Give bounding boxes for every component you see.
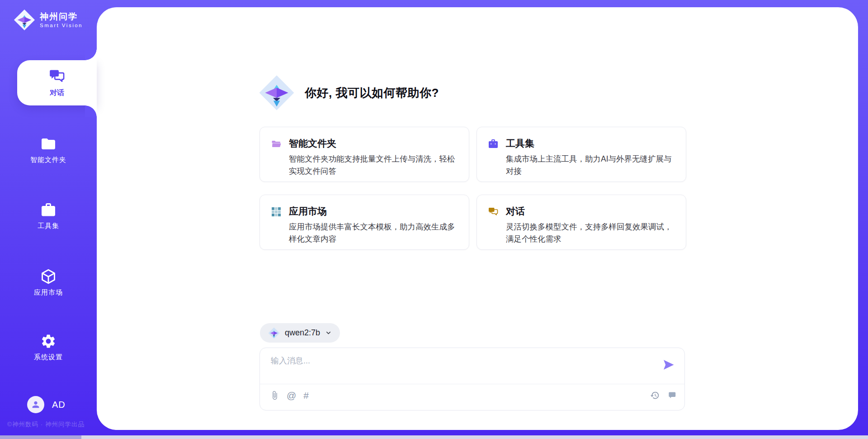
model-name: qwen2:7b: [285, 328, 320, 338]
grid-icon: [271, 206, 282, 217]
brand-subtitle: Smart Vision: [40, 23, 83, 28]
sidebar: 神州问学 Smart Vision 对话 智能文件夹 工具集 应用市场 系统设置…: [0, 0, 97, 439]
briefcase-icon: [40, 202, 57, 218]
attach-button[interactable]: [270, 391, 279, 400]
greeting-logo-icon: [259, 75, 295, 111]
card-description: 集成市场上主流工具，助力AI与外界无缝扩展与对接: [506, 153, 677, 177]
hashtag-button[interactable]: #: [303, 391, 309, 400]
brand-logo: 神州问学 Smart Vision: [14, 9, 83, 31]
chat-icon: [488, 206, 499, 217]
chevron-down-icon: [325, 329, 332, 336]
tab-curve-bottom: [85, 105, 97, 117]
card-title: 工具集: [506, 138, 677, 148]
card-title: 智能文件夹: [289, 138, 460, 148]
card-title: 对话: [506, 206, 677, 216]
folder-open-icon: [271, 138, 282, 149]
chat-icon: [48, 68, 66, 85]
quick-chat-button[interactable]: [667, 391, 676, 400]
sidebar-item-settings[interactable]: 系统设置: [0, 333, 97, 362]
user-initials: AD: [52, 400, 66, 410]
card-title: 应用市场: [289, 206, 460, 216]
mention-button[interactable]: @: [287, 391, 296, 400]
card-toolset[interactable]: 工具集 集成市场上主流工具，助力AI与外界无缝扩展与对接: [476, 127, 686, 182]
scrollbar-thumb[interactable]: [0, 435, 81, 439]
hash-icon: #: [303, 391, 309, 400]
at-icon: @: [287, 391, 296, 400]
folder-icon: [40, 136, 57, 152]
horizontal-scrollbar[interactable]: [0, 435, 868, 439]
paperclip-icon: [270, 391, 279, 400]
person-icon: [31, 400, 41, 410]
cube-icon: [40, 268, 57, 285]
gear-icon: [40, 333, 57, 349]
sidebar-item-label: 智能文件夹: [0, 156, 97, 164]
send-button[interactable]: [662, 358, 675, 372]
avatar[interactable]: [27, 396, 44, 413]
briefcase-icon: [488, 138, 499, 149]
sidebar-item-label: 系统设置: [0, 353, 97, 362]
brand-name: 神州问学: [40, 12, 83, 22]
model-logo-icon: [268, 327, 280, 339]
card-app-market[interactable]: 应用市场 应用市场提供丰富长文本模板，助力高效生成多样化文章内容: [259, 195, 469, 250]
sidebar-item-smart-folders[interactable]: 智能文件夹: [0, 136, 97, 164]
message-composer: @ #: [259, 348, 685, 410]
card-description: 灵活切换多模型文件，支持多样回复效果调试，满足个性化需求: [506, 221, 677, 245]
card-description: 智能文件夹功能支持批量文件上传与清洗，轻松实现文件问答: [289, 153, 460, 177]
greeting: 你好, 我可以如何帮助你?: [259, 75, 439, 111]
message-input[interactable]: [271, 355, 642, 380]
composer-divider: [260, 384, 684, 384]
send-icon: [662, 358, 675, 372]
sidebar-item-label: 应用市场: [0, 288, 97, 297]
sidebar-item-chat[interactable]: 对话: [17, 60, 97, 105]
sidebar-item-label: 对话: [50, 88, 64, 98]
model-selector[interactable]: qwen2:7b: [260, 323, 340, 343]
page-title: 你好, 我可以如何帮助你?: [305, 85, 439, 101]
feature-cards: 智能文件夹 智能文件夹功能支持批量文件上传与清洗，轻松实现文件问答 工具集 集成…: [259, 127, 686, 250]
card-description: 应用市场提供丰富长文本模板，助力高效生成多样化文章内容: [289, 221, 460, 245]
copyright-text: ©神州数码 · 神州问学出品: [7, 420, 85, 429]
brand-logo-icon: [14, 9, 35, 31]
chat-bubble-icon: [667, 391, 676, 400]
history-icon: [650, 391, 660, 400]
tab-curve-top: [85, 48, 97, 60]
history-button[interactable]: [650, 391, 660, 400]
card-chat[interactable]: 对话 灵活切换多模型文件，支持多样回复效果调试，满足个性化需求: [476, 195, 686, 250]
user-profile[interactable]: AD: [27, 396, 66, 413]
sidebar-item-app-market[interactable]: 应用市场: [0, 268, 97, 297]
sidebar-item-toolset[interactable]: 工具集: [0, 202, 97, 230]
card-smart-folders[interactable]: 智能文件夹 智能文件夹功能支持批量文件上传与清洗，轻松实现文件问答: [259, 127, 469, 182]
main-panel: 你好, 我可以如何帮助你? 智能文件夹 智能文件夹功能支持批量文件上传与清洗，轻…: [97, 7, 858, 430]
sidebar-item-label: 工具集: [0, 222, 97, 230]
